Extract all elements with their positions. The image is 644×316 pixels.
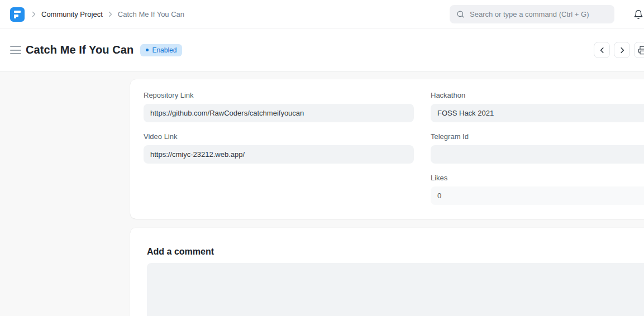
breadcrumb-item-current[interactable]: Catch Me If You Can	[118, 10, 184, 18]
likes-label: Likes	[431, 174, 644, 181]
form-column-right: Hackathon Telegram Id Likes	[431, 92, 644, 216]
printer-icon	[638, 46, 644, 55]
comments-card: Add a comment	[130, 228, 644, 316]
field-video-link: Video Link	[144, 133, 414, 164]
hackathon-input[interactable]	[431, 104, 644, 122]
frappe-logo-icon[interactable]	[10, 7, 25, 22]
app-window: Community Project Catch Me If You Can Ca…	[0, 0, 644, 316]
likes-input[interactable]	[431, 186, 644, 205]
chevron-right-icon	[108, 11, 112, 17]
status-badge[interactable]: Enabled	[140, 44, 182, 56]
field-hackathon: Hackathon	[431, 92, 644, 122]
search-input[interactable]	[470, 10, 608, 18]
hackathon-label: Hackathon	[431, 92, 644, 99]
telegram-id-input[interactable]	[431, 145, 644, 164]
breadcrumb-item-community-project[interactable]: Community Project	[41, 10, 103, 18]
prev-record-button[interactable]	[594, 42, 610, 58]
page-title: Catch Me If You Can	[26, 44, 133, 56]
chevron-left-icon	[599, 47, 605, 54]
page-head: Catch Me If You Can Enabled	[0, 29, 644, 71]
top-navbar: Community Project Catch Me If You Can	[0, 0, 644, 29]
telegram-id-label: Telegram Id	[431, 133, 644, 140]
sidebar-toggle-button[interactable]	[10, 46, 21, 54]
bell-icon	[633, 9, 643, 20]
comments-heading: Add a comment	[147, 247, 644, 257]
details-card: Repository Link Video Link Hackathon Tel…	[130, 79, 644, 219]
field-repository-link: Repository Link	[144, 92, 414, 122]
field-telegram-id: Telegram Id	[431, 133, 644, 164]
repository-link-input[interactable]	[144, 104, 414, 122]
video-link-input[interactable]	[144, 145, 414, 164]
video-link-label: Video Link	[144, 133, 414, 140]
search-bar[interactable]	[450, 5, 614, 23]
form-column-left: Repository Link Video Link	[144, 92, 414, 216]
repository-link-label: Repository Link	[144, 92, 414, 99]
page-body: Repository Link Video Link Hackathon Tel…	[0, 71, 644, 316]
chevron-right-icon	[32, 11, 36, 17]
status-dot-icon	[146, 49, 149, 51]
breadcrumb: Community Project Catch Me If You Can	[32, 10, 184, 18]
notifications-button[interactable]	[633, 8, 643, 21]
comment-textarea[interactable]	[147, 263, 644, 316]
print-button[interactable]	[634, 42, 644, 58]
field-likes: Likes	[431, 174, 644, 205]
navbar-right-group	[450, 5, 643, 23]
record-nav-group	[594, 42, 644, 58]
next-record-button[interactable]	[614, 42, 630, 58]
search-icon	[456, 10, 465, 18]
status-badge-label: Enabled	[152, 46, 176, 54]
chevron-right-icon	[619, 47, 626, 54]
